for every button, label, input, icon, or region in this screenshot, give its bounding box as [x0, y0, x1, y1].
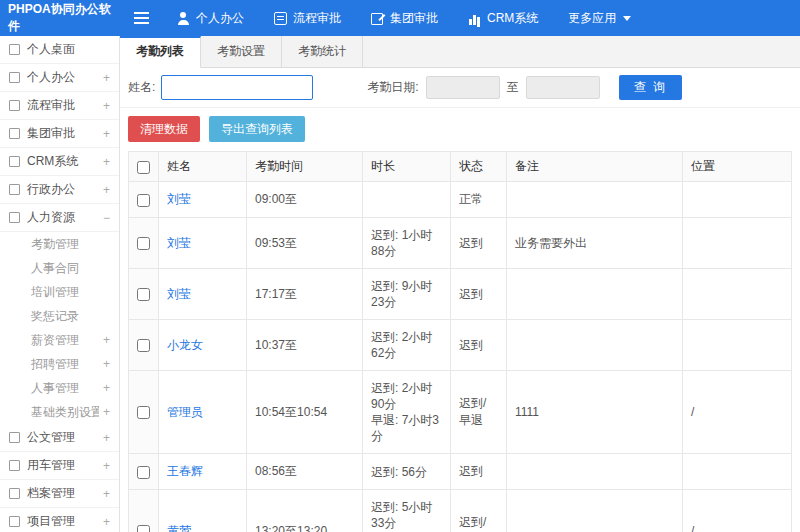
row-checkbox[interactable] [137, 339, 150, 352]
topnav-item-4[interactable]: CRM系统 [453, 0, 553, 36]
cell-remark: 1111 [507, 371, 683, 454]
topnav-item-label: 更多应用 [568, 10, 616, 27]
clean-data-button[interactable]: 清理数据 [128, 116, 200, 142]
employee-name-link[interactable]: 小龙女 [167, 338, 203, 352]
date-from-input[interactable] [426, 76, 500, 99]
top-navbar: PHPOA协同办公软件 个人办公流程审批集团审批CRM系统更多应用 [0, 0, 800, 36]
cell-name: 管理员 [159, 371, 247, 454]
name-filter-input[interactable] [161, 75, 313, 100]
tab-bar: 考勤列表考勤设置考勤统计 [120, 36, 800, 68]
cell-time: 10:54至10:54 [247, 371, 363, 454]
archive-icon [9, 488, 20, 499]
topnav-item-2[interactable]: 流程审批 [259, 0, 356, 36]
row-checkbox-cell [129, 320, 159, 371]
sidebar-subitem-8[interactable]: 基础类别设置+ [0, 400, 119, 424]
sidebar-subitem-label: 人事管理 [31, 380, 99, 397]
sidebar-subitem-1[interactable]: 考勤管理 [0, 232, 119, 256]
column-header: 备注 [507, 152, 683, 182]
app-window: PHPOA协同办公软件 个人办公流程审批集团审批CRM系统更多应用 个人桌面个人… [0, 0, 800, 532]
employee-name-link[interactable]: 管理员 [167, 405, 203, 419]
desktop-icon [9, 44, 20, 55]
sidebar-subitem-5[interactable]: 薪资管理+ [0, 328, 119, 352]
attendance-table: 姓名考勤时间时长状态备注位置 刘莹09:00至正常刘莹09:53至迟到: 1小时… [128, 151, 792, 532]
table-row: 刘莹17:17至迟到: 9小时23分迟到 [129, 269, 792, 320]
row-checkbox[interactable] [137, 525, 150, 532]
topnav-item-3[interactable]: 集团审批 [356, 0, 453, 36]
employee-name-link[interactable]: 王春辉 [167, 464, 203, 478]
sidebar-subitem-6[interactable]: 招聘管理+ [0, 352, 119, 376]
sidebar-item-4[interactable]: 集团审批+ [0, 120, 119, 148]
cell-duration: 迟到: 1小时88分 [363, 218, 451, 269]
sidebar-item-label: 公文管理 [27, 429, 99, 446]
sidebar-item-5[interactable]: CRM系统+ [0, 148, 119, 176]
cell-name: 小龙女 [159, 320, 247, 371]
duration-line: 迟到: 5小时33分 [371, 499, 442, 531]
tab-3[interactable]: 考勤统计 [282, 36, 363, 67]
topnav-item-5[interactable]: 更多应用 [553, 0, 646, 36]
employee-name-link[interactable]: 刘莹 [167, 236, 191, 250]
topnav-item-label: 集团审批 [390, 10, 438, 27]
sidebar-item-8[interactable]: 公文管理+ [0, 424, 119, 452]
plus-icon: + [99, 357, 110, 371]
plus-icon: + [99, 381, 110, 395]
sidebar-item-9[interactable]: 用车管理+ [0, 452, 119, 480]
column-header: 状态 [451, 152, 507, 182]
doc-icon [9, 432, 20, 443]
row-checkbox[interactable] [137, 288, 150, 301]
export-list-button[interactable]: 导出查询列表 [209, 116, 305, 142]
car-icon [9, 460, 20, 471]
tab-1[interactable]: 考勤列表 [120, 36, 201, 68]
row-checkbox[interactable] [137, 406, 150, 419]
topnav-menu: 个人办公流程审批集团审批CRM系统更多应用 [162, 0, 646, 36]
cell-name: 刘莹 [159, 218, 247, 269]
sidebar-subitem-7[interactable]: 人事管理+ [0, 376, 119, 400]
date-to-input[interactable] [526, 76, 600, 99]
sidebar-item-11[interactable]: 项目管理+ [0, 508, 119, 532]
main-content: 考勤列表考勤设置考勤统计 姓名: 考勤日期: 至 查 询 清理数据 导出查询列表… [120, 36, 800, 532]
plus-icon: + [99, 127, 110, 141]
employee-name-link[interactable]: 黄莺 [167, 524, 191, 532]
duration-line: 迟到: 9小时23分 [371, 278, 442, 310]
row-checkbox[interactable] [137, 466, 150, 479]
select-all-checkbox[interactable] [137, 161, 150, 174]
plus-icon: + [99, 487, 110, 501]
edit-icon [371, 12, 384, 25]
sidebar-subitem-label: 薪资管理 [31, 332, 99, 349]
row-checkbox-cell [129, 490, 159, 532]
flow-icon [274, 12, 287, 25]
sidebar-item-3[interactable]: 流程审批+ [0, 92, 119, 120]
employee-name-link[interactable]: 刘莹 [167, 287, 191, 301]
sidebar-subitem-2[interactable]: 人事合同 [0, 256, 119, 280]
row-checkbox[interactable] [137, 237, 150, 250]
cell-duration: 迟到: 2小时90分早退: 7小时3分 [363, 371, 451, 454]
header-checkbox-cell [129, 152, 159, 182]
sidebar-item-7[interactable]: 人力资源− [0, 204, 119, 232]
cell-duration: 迟到: 56分 [363, 454, 451, 490]
sidebar-menu: 个人桌面个人办公+流程审批+集团审批+CRM系统+行政办公+人力资源−考勤管理人… [0, 36, 119, 532]
employee-name-link[interactable]: 刘莹 [167, 192, 191, 206]
sidebar-subitem-label: 招聘管理 [31, 356, 99, 373]
sidebar-item-6[interactable]: 行政办公+ [0, 176, 119, 204]
search-button[interactable]: 查 询 [619, 75, 682, 100]
cell-duration: 迟到: 9小时23分 [363, 269, 451, 320]
plus-icon: + [99, 71, 110, 85]
tab-2[interactable]: 考勤设置 [201, 36, 282, 67]
sidebar-item-10[interactable]: 档案管理+ [0, 480, 119, 508]
column-header: 考勤时间 [247, 152, 363, 182]
row-checkbox[interactable] [137, 194, 150, 207]
cell-name: 刘莹 [159, 269, 247, 320]
topnav-item-1[interactable]: 个人办公 [162, 0, 259, 36]
date-filter-label: 考勤日期: [367, 79, 418, 96]
cell-remark [507, 320, 683, 371]
cell-remark [507, 490, 683, 532]
sidebar-item-label: 项目管理 [27, 513, 99, 530]
cell-location [683, 269, 792, 320]
sidebar-item-1[interactable]: 个人桌面 [0, 36, 119, 64]
sidebar-subitem-3[interactable]: 培训管理 [0, 280, 119, 304]
sidebar-subitem-4[interactable]: 奖惩记录 [0, 304, 119, 328]
cell-remark [507, 454, 683, 490]
duration-line: 迟到: 2小时90分 [371, 380, 442, 412]
cell-time: 09:53至 [247, 218, 363, 269]
sidebar-item-2[interactable]: 个人办公+ [0, 64, 119, 92]
sidebar-toggle-button[interactable] [120, 0, 162, 36]
